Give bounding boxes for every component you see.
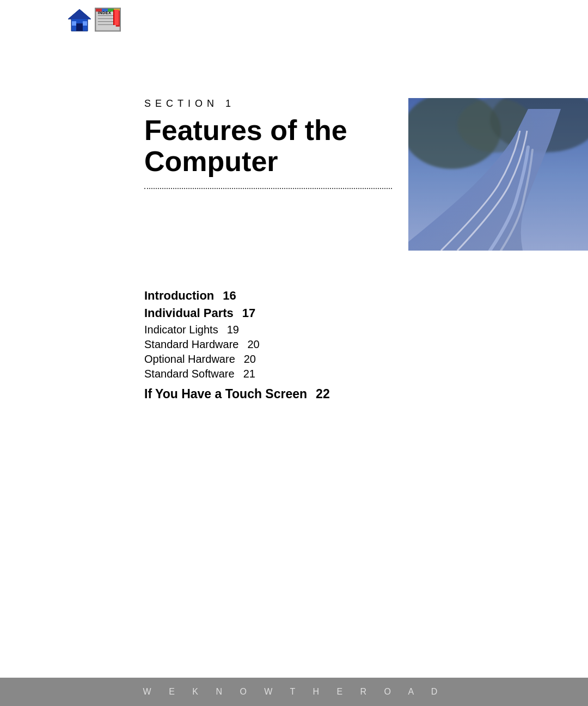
toc-page-introduction: 16: [223, 289, 236, 303]
svg-rect-20: [408, 98, 588, 251]
toc-section: Introduction 16 Individual Parts 17 Indi…: [144, 289, 330, 401]
text-section: SECTION 1 Features of the Computer: [144, 98, 408, 211]
main-content: SECTION 1 Features of the Computer: [144, 98, 588, 251]
toc-page-standard-hardware: 20: [247, 338, 259, 351]
svg-rect-3: [72, 21, 76, 26]
index-button[interactable]: INDEX: [94, 5, 122, 34]
toc-page-indicator-lights: 19: [227, 324, 239, 336]
section-title-line2: Computer: [144, 145, 278, 177]
svg-rect-2: [76, 23, 83, 31]
toc-entry-touch-screen[interactable]: If You Have a Touch Screen 22: [144, 387, 330, 401]
toc-label-standard-hardware: Standard Hardware: [144, 338, 238, 351]
svg-marker-1: [68, 9, 91, 19]
index-box: INDEX: [95, 8, 121, 32]
toc-entry-standard-software[interactable]: Standard Software 21: [144, 368, 330, 380]
home-icon: [67, 7, 92, 32]
toc-entry-indicator-lights[interactable]: Indicator Lights 19: [144, 324, 330, 336]
section-title: Features of the Computer: [144, 115, 392, 177]
toc-page-touch-screen: 22: [316, 387, 330, 401]
toc-page-standard-software: 21: [243, 368, 255, 380]
toc-page-optional-hardware: 20: [244, 353, 256, 366]
top-navigation: INDEX: [65, 5, 122, 34]
footer-text: W E K N O W T H E R O A D: [143, 687, 445, 697]
section-label: SECTION 1: [144, 98, 392, 109]
toc-group-individual-parts: Individual Parts 17 Indicator Lights 19 …: [144, 306, 330, 380]
toc-label-standard-software: Standard Software: [144, 368, 235, 380]
section-title-line1: Features of the: [144, 114, 347, 146]
home-button[interactable]: [65, 5, 94, 34]
toc-label-touch-screen: If You Have a Touch Screen: [144, 387, 307, 401]
toc-entry-optional-hardware[interactable]: Optional Hardware 20: [144, 353, 330, 366]
road-image: [408, 98, 588, 251]
svg-rect-4: [83, 21, 87, 26]
svg-rect-10: [116, 11, 120, 27]
toc-label-indicator-lights: Indicator Lights: [144, 324, 218, 336]
toc-entry-standard-hardware[interactable]: Standard Hardware 20: [144, 338, 330, 351]
toc-label-introduction: Introduction: [144, 289, 214, 303]
section-divider: [144, 188, 392, 189]
toc-label-optional-hardware: Optional Hardware: [144, 353, 235, 366]
footer-bar: W E K N O W T H E R O A D: [0, 678, 588, 706]
road-illustration: [408, 98, 588, 251]
toc-entry-individual-parts[interactable]: Individual Parts 17: [144, 306, 330, 320]
toc-page-individual-parts: 17: [242, 306, 255, 320]
svg-text:INDEX: INDEX: [98, 10, 112, 15]
toc-entry-introduction[interactable]: Introduction 16: [144, 289, 330, 303]
toc-label-individual-parts: Individual Parts: [144, 306, 234, 320]
